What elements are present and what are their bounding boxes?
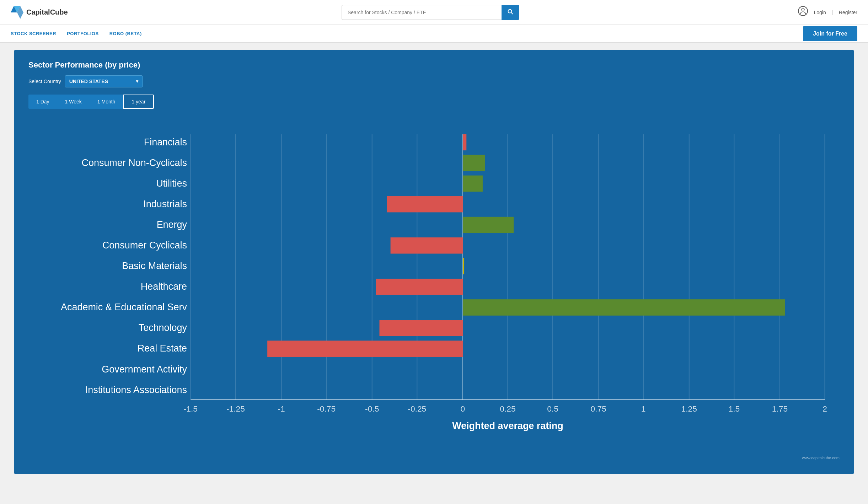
watermark: www.capitalcube.com bbox=[28, 456, 840, 460]
nav-links: STOCK SCREENER PORTFOLIOS ROBO (BETA) bbox=[11, 31, 142, 36]
svg-rect-43 bbox=[267, 341, 463, 357]
main-content: Sector Performance (by price) Select Cou… bbox=[0, 43, 868, 481]
svg-point-6 bbox=[802, 8, 804, 11]
svg-rect-41 bbox=[379, 320, 462, 336]
svg-line-4 bbox=[511, 12, 513, 14]
svg-text:Industrials: Industrials bbox=[143, 199, 187, 209]
svg-text:1.5: 1.5 bbox=[728, 404, 740, 413]
svg-text:1.75: 1.75 bbox=[772, 404, 788, 413]
logo-icon bbox=[11, 6, 23, 19]
svg-rect-27 bbox=[463, 176, 483, 192]
svg-rect-29 bbox=[387, 196, 463, 213]
svg-text:Academic & Educational Serv: Academic & Educational Serv bbox=[61, 302, 187, 312]
svg-text:0.5: 0.5 bbox=[547, 404, 558, 413]
country-label: Select Country bbox=[28, 79, 61, 84]
search-area bbox=[342, 5, 519, 20]
svg-rect-33 bbox=[391, 237, 463, 254]
svg-rect-37 bbox=[376, 279, 463, 295]
svg-text:Weighted average rating: Weighted average rating bbox=[452, 420, 563, 431]
svg-text:Technology: Technology bbox=[139, 322, 187, 333]
svg-point-3 bbox=[508, 9, 512, 13]
svg-text:-1: -1 bbox=[278, 404, 285, 413]
logo-text: CapitalCube bbox=[26, 8, 68, 16]
time-btn-1day[interactable]: 1 Day bbox=[28, 95, 57, 109]
header-right: Login | Register bbox=[786, 6, 857, 18]
svg-text:2: 2 bbox=[823, 404, 827, 413]
chart-container: Sector Performance (by price) Select Cou… bbox=[14, 50, 854, 474]
account-circle-icon bbox=[798, 6, 808, 16]
nav-portfolios[interactable]: PORTFOLIOS bbox=[67, 31, 99, 36]
svg-text:-0.75: -0.75 bbox=[317, 404, 336, 413]
header: CapitalCube Login | Register bbox=[0, 0, 868, 25]
country-select[interactable]: UNITED STATES bbox=[65, 75, 143, 87]
svg-text:1.25: 1.25 bbox=[681, 404, 697, 413]
svg-rect-25 bbox=[463, 155, 485, 171]
bar-chart: .sector-label { font-size: 13px; fill: w… bbox=[28, 119, 840, 451]
nav-divider: | bbox=[832, 9, 833, 16]
chart-area: .sector-label { font-size: 13px; fill: w… bbox=[28, 119, 840, 453]
svg-text:-1.25: -1.25 bbox=[226, 404, 245, 413]
svg-text:-0.25: -0.25 bbox=[408, 404, 426, 413]
svg-rect-31 bbox=[463, 217, 514, 233]
chart-title: Sector Performance (by price) bbox=[28, 60, 840, 70]
time-btn-1month[interactable]: 1 Month bbox=[90, 95, 123, 109]
time-btn-1week[interactable]: 1 Week bbox=[57, 95, 90, 109]
svg-text:Consumer Cyclicals: Consumer Cyclicals bbox=[102, 240, 187, 251]
search-button[interactable] bbox=[502, 5, 519, 20]
search-input[interactable] bbox=[342, 5, 502, 20]
svg-text:Energy: Energy bbox=[157, 219, 187, 230]
svg-text:Healthcare: Healthcare bbox=[141, 281, 187, 292]
svg-rect-23 bbox=[463, 134, 466, 150]
nav-robo-beta[interactable]: ROBO (BETA) bbox=[109, 31, 142, 36]
register-link[interactable]: Register bbox=[839, 10, 857, 15]
svg-text:-1.5: -1.5 bbox=[184, 404, 198, 413]
country-select-row: Select Country UNITED STATES ▼ bbox=[28, 75, 840, 87]
login-link[interactable]: Login bbox=[814, 10, 826, 15]
svg-text:0.25: 0.25 bbox=[500, 404, 515, 413]
svg-text:Utilities: Utilities bbox=[156, 178, 187, 189]
time-buttons: 1 Day 1 Week 1 Month 1 year bbox=[28, 95, 840, 109]
svg-text:Government Activity: Government Activity bbox=[102, 364, 187, 375]
time-btn-1year[interactable]: 1 year bbox=[123, 95, 154, 109]
nav-stock-screener[interactable]: STOCK SCREENER bbox=[11, 31, 56, 36]
join-free-button[interactable]: Join for Free bbox=[803, 26, 857, 41]
svg-text:Consumer Non-Cyclicals: Consumer Non-Cyclicals bbox=[81, 157, 187, 168]
svg-text:Basic Materials: Basic Materials bbox=[122, 261, 187, 271]
svg-text:1: 1 bbox=[641, 404, 646, 413]
svg-text:Real Estate: Real Estate bbox=[138, 343, 187, 354]
svg-rect-39 bbox=[463, 299, 785, 316]
svg-text:0: 0 bbox=[461, 404, 465, 413]
nav-bar: STOCK SCREENER PORTFOLIOS ROBO (BETA) Jo… bbox=[0, 25, 868, 43]
svg-text:Financials: Financials bbox=[144, 137, 187, 148]
search-icon bbox=[507, 9, 514, 15]
user-icon bbox=[798, 6, 808, 18]
svg-text:0.75: 0.75 bbox=[590, 404, 606, 413]
svg-rect-35 bbox=[463, 258, 464, 274]
country-select-wrapper: UNITED STATES ▼ bbox=[65, 75, 143, 87]
svg-text:-0.5: -0.5 bbox=[365, 404, 379, 413]
logo-area: CapitalCube bbox=[11, 6, 75, 19]
svg-text:Institutions Associations: Institutions Associations bbox=[85, 385, 187, 395]
